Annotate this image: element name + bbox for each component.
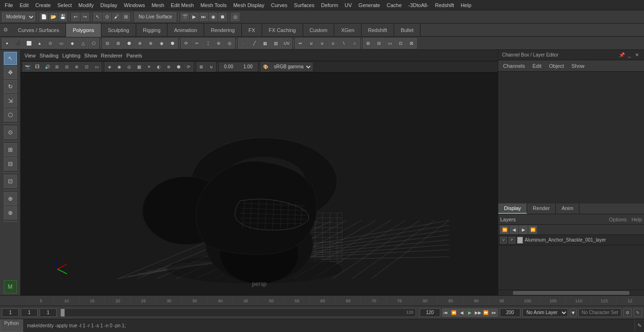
vp-gamma-val2[interactable]: 1.00: [239, 63, 257, 71]
subtab-edit[interactable]: Edit: [529, 62, 544, 70]
current-frame-field2[interactable]: 1: [40, 308, 57, 317]
edge-icon[interactable]: ╱: [249, 38, 259, 49]
viewport[interactable]: View Shading Lighting Show Renderer Pane…: [21, 50, 498, 295]
playback-handle[interactable]: [61, 309, 65, 316]
end-frame-field[interactable]: 120: [420, 308, 440, 317]
vp-overlay-icon[interactable]: ⊠: [197, 62, 206, 72]
menu-mesh-tools[interactable]: Mesh Tools: [198, 1, 229, 9]
soft-select-icon[interactable]: ◎: [224, 38, 235, 49]
pyramid-icon[interactable]: △: [78, 38, 88, 49]
next-frame-btn[interactable]: ▶▶: [474, 308, 482, 317]
bridge-icon[interactable]: ⊞: [113, 38, 124, 49]
tab-bullet[interactable]: Bullet: [394, 24, 421, 37]
menu-create[interactable]: Create: [33, 1, 54, 9]
layer-row-0[interactable]: V P Aluminum_Anchor_Shackle_001_layer: [498, 235, 644, 245]
vp-gamma-val1[interactable]: 0.00: [219, 63, 238, 71]
vp-snap-icon[interactable]: ⊞: [52, 62, 62, 72]
paint-icon[interactable]: 🖌: [112, 13, 121, 21]
edgeloop-icon[interactable]: ⟳: [181, 38, 191, 49]
menu-deform[interactable]: Deform: [318, 1, 341, 9]
tab-curves-surfaces[interactable]: Curves / Surfaces: [11, 24, 66, 37]
layer-visibility-v[interactable]: V: [500, 237, 507, 243]
tab-custom[interactable]: Custom: [303, 24, 335, 37]
vp-grid-icon[interactable]: ⊡: [82, 62, 91, 72]
uv-auto-icon[interactable]: ⊟: [374, 38, 384, 49]
vp-gamma-select[interactable]: sRGB gamma: [271, 63, 313, 71]
layer-nav-prev[interactable]: ◀: [510, 226, 518, 234]
rp-min-icon[interactable]: _: [626, 52, 633, 58]
tab-fx-caching[interactable]: FX Caching: [262, 24, 303, 37]
play-fwd-btn[interactable]: ▶: [466, 308, 474, 317]
torus-icon[interactable]: ⊙: [45, 38, 56, 49]
face-icon[interactable]: ▦: [260, 38, 270, 49]
select-tool[interactable]: ↖: [4, 52, 17, 65]
menu-edit[interactable]: Edit: [17, 1, 32, 9]
paint-select[interactable]: ⊟: [4, 157, 17, 170]
vp-menu-view[interactable]: View: [25, 53, 36, 58]
tab-render[interactable]: Render: [527, 203, 556, 214]
rp-pin-icon[interactable]: 📌: [619, 52, 625, 58]
tab-xgen[interactable]: XGen: [334, 24, 361, 37]
cylinder-icon[interactable]: ⬜: [24, 38, 34, 49]
render-stop-icon[interactable]: ⏹: [218, 13, 227, 21]
subtab-channels[interactable]: Channels: [500, 62, 528, 70]
menu-help[interactable]: Help: [458, 1, 474, 9]
vp-pivot-icon[interactable]: ⊕: [72, 62, 82, 72]
menu-cache[interactable]: Cache: [384, 1, 405, 9]
menu-file[interactable]: File: [2, 1, 16, 9]
save-file-icon[interactable]: 💾: [58, 13, 67, 21]
smooth-icon[interactable]: ◉: [157, 38, 167, 49]
menu-modify[interactable]: Modify: [75, 1, 96, 9]
vp-aa-icon[interactable]: ⟳: [184, 62, 193, 72]
redo-icon[interactable]: ↪: [81, 13, 89, 21]
vp-menu-show[interactable]: Show: [84, 53, 98, 58]
separate-icon[interactable]: ⊍: [317, 38, 327, 49]
max-frame-field[interactable]: 200: [500, 308, 520, 317]
tab-settings-icon[interactable]: ⚙: [0, 24, 11, 37]
xray-icon[interactable]: ◎: [231, 13, 239, 21]
cone-icon[interactable]: ▲: [34, 38, 45, 49]
pipe-icon[interactable]: ⬡: [89, 38, 99, 49]
unfold-icon[interactable]: ⊡: [396, 38, 406, 49]
vp-colorspace-icon[interactable]: 🎨: [261, 62, 270, 72]
tab-rigging[interactable]: Rigging: [136, 24, 167, 37]
scale-tool[interactable]: ⇲: [4, 94, 17, 107]
select-icon[interactable]: ↖: [93, 13, 102, 21]
anim-layer-options-btn[interactable]: ▼: [570, 308, 577, 317]
subtab-show[interactable]: Show: [569, 62, 587, 70]
cube-icon[interactable]: ⬛: [13, 38, 23, 49]
vp-shading-icon[interactable]: ▩: [134, 62, 144, 72]
menu-select[interactable]: Select: [55, 1, 75, 9]
undo-icon[interactable]: ↩: [71, 13, 80, 21]
prism-icon[interactable]: ◆: [67, 38, 77, 49]
menu-curves[interactable]: Curves: [268, 1, 290, 9]
new-file-icon[interactable]: 📄: [40, 13, 48, 21]
layout-icon[interactable]: ⊠: [406, 38, 417, 49]
viewport-canvas[interactable]: persp: [21, 73, 498, 295]
layer-nav-next2[interactable]: ⏩: [528, 226, 537, 234]
char-set-options-btn[interactable]: ⚙: [623, 308, 632, 317]
multi-cut-icon[interactable]: ✂: [192, 38, 202, 49]
menu-3dtall[interactable]: -3DtoAll-: [405, 1, 431, 9]
bool-diff-icon[interactable]: ∖: [339, 38, 349, 49]
vp-light-icon[interactable]: ☀: [144, 62, 154, 72]
subtab-object[interactable]: Object: [546, 62, 567, 70]
options-label[interactable]: Options: [609, 217, 627, 222]
bool-inter-icon[interactable]: ∩: [349, 38, 360, 49]
tab-display[interactable]: Display: [498, 203, 527, 214]
vp-menu-renderer[interactable]: Renderer: [101, 53, 123, 58]
help-label[interactable]: Help: [631, 217, 642, 222]
snap-grid-icon[interactable]: ⊞: [122, 13, 130, 21]
tab-redshift[interactable]: Redshift: [362, 24, 394, 37]
plane-icon[interactable]: ▭: [56, 38, 66, 49]
menu-display[interactable]: Display: [98, 1, 120, 9]
mirror-icon[interactable]: ⇔: [295, 38, 305, 49]
layer-nav-next[interactable]: ▶: [519, 226, 528, 234]
menu-mesh-display[interactable]: Mesh Display: [231, 1, 267, 9]
tab-anim[interactable]: Anim: [556, 203, 579, 214]
layer-scrollbar[interactable]: [498, 290, 644, 295]
sphere-icon[interactable]: ●: [2, 38, 12, 49]
extrude-icon[interactable]: ⊟: [102, 38, 113, 49]
layer-playback-p[interactable]: P: [509, 237, 515, 243]
vertex-icon[interactable]: ·: [238, 38, 248, 49]
